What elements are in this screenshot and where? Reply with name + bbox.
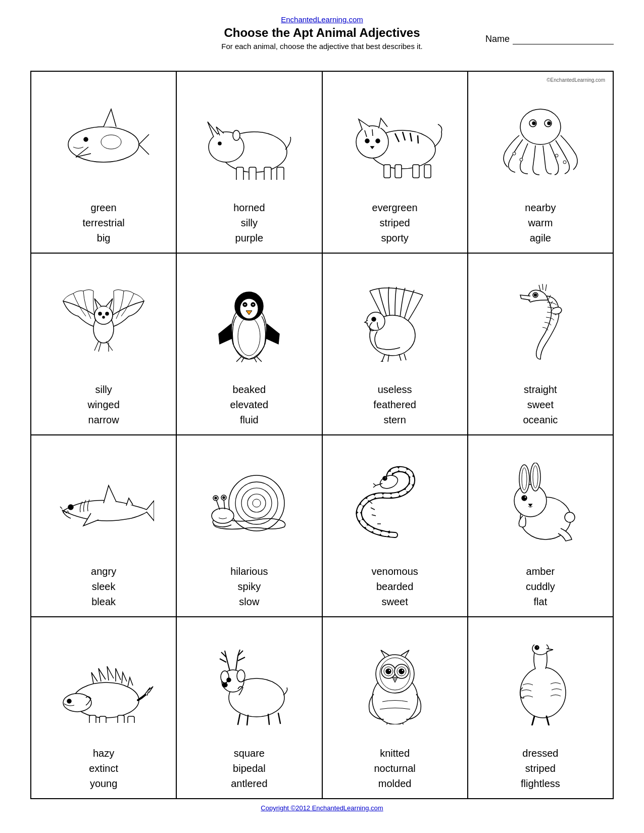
svg-point-9 — [218, 142, 221, 145]
animal-image-turkey — [328, 266, 462, 377]
animal-image-rhino — [182, 84, 316, 195]
watermark: ©EnchantedLearning.com — [473, 77, 608, 83]
svg-point-23 — [563, 161, 566, 164]
svg-rect-8 — [277, 167, 284, 180]
svg-point-68 — [565, 512, 575, 522]
svg-point-52 — [212, 508, 234, 523]
svg-point-29 — [94, 306, 113, 324]
svg-point-61 — [514, 484, 547, 517]
svg-rect-14 — [395, 165, 402, 178]
animal-image-shark — [36, 448, 171, 559]
svg-rect-71 — [89, 715, 96, 723]
animal-image-tiger — [328, 84, 462, 195]
cell-emu: dressed striped flightless — [468, 617, 613, 799]
cell-words-stegosaurus: hazy extinct young — [89, 746, 118, 791]
name-label: Name — [485, 34, 510, 44]
cell-words-turkey: useless feathered stern — [373, 382, 416, 427]
svg-point-59 — [384, 477, 386, 478]
cell-words-penguin: beaked elevated fluid — [230, 382, 269, 427]
svg-point-31 — [106, 312, 109, 315]
animal-image-rabbit — [473, 448, 608, 559]
svg-point-92 — [402, 669, 404, 671]
svg-point-20 — [513, 152, 516, 155]
svg-point-65 — [533, 466, 538, 488]
svg-point-40 — [252, 304, 254, 306]
svg-point-51 — [253, 499, 261, 507]
svg-point-22 — [555, 154, 558, 157]
svg-point-27 — [548, 122, 551, 125]
cell-words-bat: silly winged narrow — [87, 382, 119, 427]
cell-stegosaurus: hazy extinct young — [31, 617, 176, 799]
animal-image-octopus — [473, 84, 608, 195]
cell-words-octopus: nearby warm agile — [525, 200, 556, 246]
svg-point-26 — [532, 122, 535, 125]
svg-point-91 — [388, 669, 390, 671]
animal-image-deer — [182, 629, 316, 741]
cell-snake: venomous bearded sweet — [322, 435, 468, 617]
svg-point-17 — [365, 139, 369, 143]
cell-words-seahorse: straight sweet oceanic — [523, 382, 558, 427]
svg-point-19 — [520, 109, 561, 144]
svg-point-39 — [244, 304, 246, 306]
svg-point-32 — [103, 316, 105, 318]
svg-point-43 — [372, 317, 376, 321]
animal-grid: green terrestrial big horned silly purpl… — [30, 71, 614, 799]
svg-point-2 — [84, 137, 88, 141]
cell-words-orca: green terrestrial big — [82, 200, 124, 246]
svg-rect-13 — [384, 165, 390, 178]
svg-point-96 — [536, 647, 538, 648]
svg-point-67 — [524, 496, 526, 498]
animal-image-bat — [36, 266, 171, 377]
name-input[interactable] — [513, 33, 614, 44]
svg-point-81 — [222, 683, 227, 687]
animal-image-snail — [182, 448, 316, 559]
footer-copyright[interactable]: Copyright ©2012 EnchantedLearning.com — [261, 804, 383, 812]
svg-point-21 — [520, 158, 523, 161]
svg-rect-73 — [118, 715, 124, 723]
svg-rect-5 — [236, 167, 243, 180]
animal-image-penguin — [182, 266, 316, 377]
animal-image-owl — [328, 629, 462, 741]
svg-point-94 — [532, 645, 549, 655]
site-link[interactable]: EnchantedLearning.com — [281, 15, 363, 24]
cell-words-deer: square bipedal antlered — [231, 746, 267, 791]
animal-image-orca — [36, 84, 171, 195]
svg-point-79 — [237, 670, 245, 682]
svg-rect-7 — [264, 167, 271, 180]
cell-words-snake: venomous bearded sweet — [371, 564, 418, 609]
cell-rabbit: amber cuddly flat — [468, 435, 613, 617]
svg-rect-74 — [128, 716, 134, 723]
cell-words-snail: hilarious spiky slow — [230, 564, 268, 609]
svg-point-93 — [520, 667, 566, 718]
svg-point-45 — [534, 294, 536, 297]
grid-row-0: green terrestrial big horned silly purpl… — [31, 71, 613, 253]
svg-point-64 — [522, 468, 527, 490]
svg-rect-16 — [424, 165, 431, 178]
cell-shark: angry sleek bleak — [31, 435, 176, 617]
cell-owl: knitted nocturnal molded — [322, 617, 468, 799]
cell-words-owl: knitted nocturnal molded — [374, 746, 415, 791]
cell-words-tiger: evergreen striped sporty — [372, 200, 418, 246]
svg-point-36 — [240, 299, 258, 319]
svg-point-18 — [376, 139, 380, 143]
svg-point-56 — [223, 497, 225, 499]
svg-rect-6 — [249, 167, 256, 180]
cell-turkey: useless feathered stern — [322, 253, 468, 435]
animal-image-emu — [473, 629, 608, 741]
grid-row-3: hazy extinct young square bipedal antler… — [31, 617, 613, 799]
svg-point-30 — [98, 312, 102, 315]
animal-image-stegosaurus — [36, 629, 171, 741]
svg-point-54 — [215, 497, 217, 499]
cell-words-emu: dressed striped flightless — [521, 746, 560, 791]
cell-snail: hilarious spiky slow — [176, 435, 322, 617]
cell-tiger: evergreen striped sporty — [322, 71, 468, 253]
svg-point-34 — [238, 317, 260, 356]
svg-point-80 — [227, 678, 231, 682]
svg-point-75 — [67, 699, 71, 703]
cell-seahorse: straight sweet oceanic — [468, 253, 613, 435]
cell-words-shark: angry sleek bleak — [91, 564, 116, 609]
cell-deer: square bipedal antlered — [176, 617, 322, 799]
cell-penguin: beaked elevated fluid — [176, 253, 322, 435]
animal-image-seahorse — [473, 266, 608, 377]
cell-words-rabbit: amber cuddly flat — [526, 564, 555, 609]
